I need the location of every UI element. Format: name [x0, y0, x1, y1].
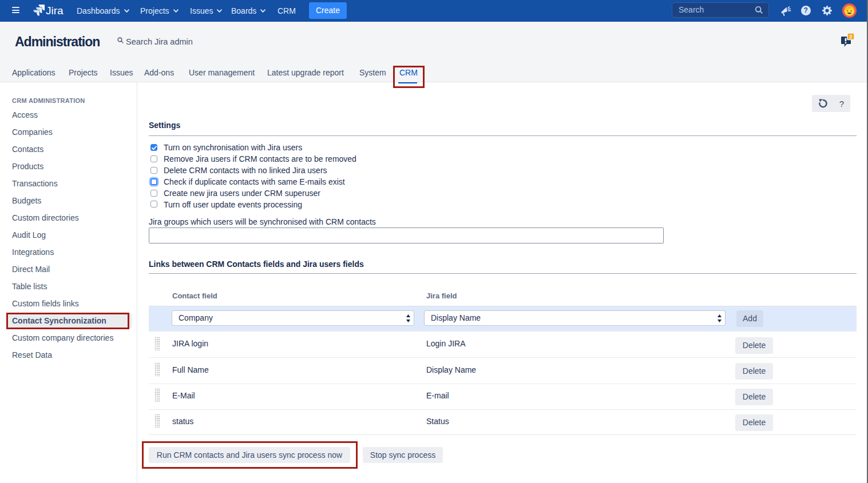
svg-text:2: 2	[849, 33, 852, 39]
